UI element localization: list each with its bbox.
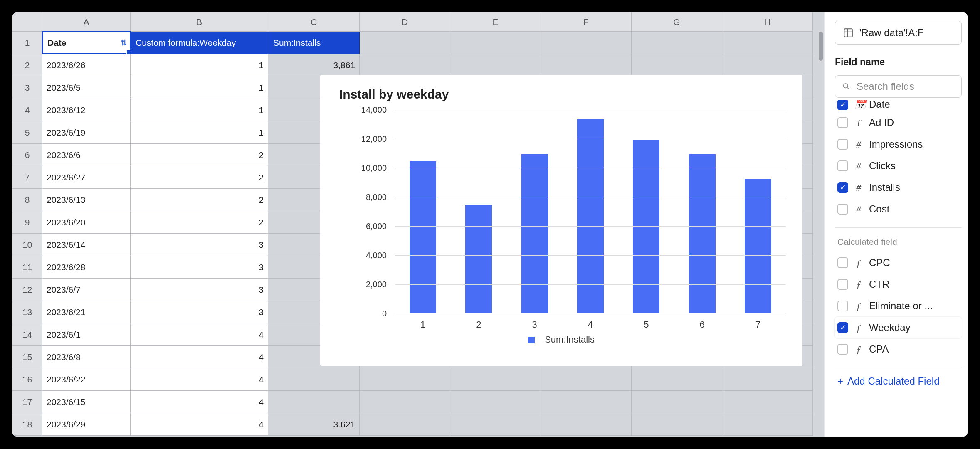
column-header[interactable]: G [632,12,722,32]
field-row[interactable]: #Impressions [835,133,962,155]
field-checkbox[interactable] [837,344,848,355]
field-row[interactable]: #Cost [835,198,962,220]
cell-weekday[interactable]: 2 [131,211,268,234]
cell-weekday[interactable]: 4 [131,391,268,413]
field-checkbox[interactable]: ✓ [837,322,848,333]
empty-cell[interactable] [632,54,722,76]
cell-date[interactable]: 2023/6/7 [42,279,131,301]
empty-cell[interactable] [360,368,450,391]
empty-cell[interactable] [450,54,541,76]
row-header[interactable]: 1 [12,32,42,54]
empty-cell[interactable] [722,54,813,76]
empty-cell[interactable] [360,54,450,76]
vertical-scrollbar-thumb[interactable] [819,32,823,61]
chart-card[interactable]: Install by weekday 02,0004,0006,0008,000… [320,75,802,366]
cell-date[interactable]: 2023/6/28 [42,256,131,279]
search-fields-box[interactable] [835,75,962,98]
chart-bar[interactable] [689,154,716,313]
cell-weekday[interactable]: 2 [131,166,268,189]
field-checkbox[interactable]: ✓ [837,100,848,110]
row-header[interactable]: 15 [12,346,42,368]
cell-date[interactable]: 2023/6/6 [42,144,131,166]
cell-date[interactable]: 2023/6/21 [42,301,131,323]
empty-cell[interactable] [541,391,632,413]
cell-date[interactable]: 2023/6/13 [42,189,131,211]
column-header[interactable]: F [541,12,632,32]
column-header[interactable]: C [268,12,360,32]
cell-weekday[interactable]: 3 [131,301,268,323]
row-header[interactable]: 14 [12,323,42,346]
empty-cell[interactable] [450,32,541,54]
empty-cell[interactable] [722,391,813,413]
cell-weekday[interactable]: 1 [131,54,268,76]
cell-date[interactable]: 2023/6/5 [42,76,131,99]
header-cell-sum-installs[interactable]: Sum:Installs [268,32,360,54]
empty-cell[interactable] [450,368,541,391]
cell-date[interactable]: 2023/6/15 [42,391,131,413]
empty-cell[interactable] [541,32,632,54]
cell-date[interactable]: 2023/6/14 [42,234,131,256]
cell-weekday[interactable]: 4 [131,346,268,368]
row-header[interactable]: 13 [12,301,42,323]
calculated-field-row[interactable]: ƒCPA [835,338,962,360]
calculated-field-row[interactable]: ƒCPC [835,252,962,274]
cell-weekday[interactable]: 2 [131,189,268,211]
row-header[interactable]: 16 [12,368,42,391]
cell-weekday[interactable]: 1 [131,99,268,121]
empty-cell[interactable] [450,391,541,413]
cell-sum[interactable] [268,391,360,413]
header-cell-weekday[interactable]: Custom formula:Weekday [131,32,268,54]
cell-date[interactable]: 2023/6/19 [42,121,131,144]
field-checkbox[interactable] [837,301,848,311]
field-row[interactable]: TAd ID [835,112,962,133]
column-header[interactable]: A [42,12,131,32]
calculated-field-row[interactable]: ƒEliminate or ... [835,295,962,317]
row-header[interactable]: 2 [12,54,42,76]
empty-cell[interactable] [632,413,722,436]
row-header[interactable]: 8 [12,189,42,211]
data-range-chip[interactable]: 'Raw data'!A:F [835,21,962,45]
row-header[interactable]: 5 [12,121,42,144]
field-checkbox[interactable] [837,160,848,171]
cell-date[interactable]: 2023/6/29 [42,413,131,436]
header-cell-date[interactable]: Date⇅ [42,32,131,54]
cell-date[interactable]: 2023/6/26 [42,54,131,76]
select-all-corner[interactable] [12,12,42,32]
field-row[interactable]: ✓#Installs [835,177,962,198]
empty-cell[interactable] [632,32,722,54]
empty-cell[interactable] [722,413,813,436]
calculated-field-row[interactable]: ✓ƒWeekday [835,317,962,338]
column-header[interactable]: B [131,12,268,32]
chart-bar[interactable] [745,179,771,313]
cell-sum[interactable] [268,368,360,391]
chart-bar[interactable] [410,161,436,313]
row-header[interactable]: 7 [12,166,42,189]
row-header[interactable]: 4 [12,99,42,121]
empty-cell[interactable] [722,368,813,391]
sort-icon[interactable]: ⇅ [121,32,127,54]
cell-weekday[interactable]: 4 [131,323,268,346]
field-checkbox[interactable] [837,139,848,150]
empty-cell[interactable] [541,413,632,436]
field-checkbox[interactable] [837,204,848,215]
cell-weekday[interactable]: 3 [131,279,268,301]
field-checkbox[interactable] [837,279,848,290]
row-header[interactable]: 3 [12,76,42,99]
row-header[interactable]: 12 [12,279,42,301]
empty-cell[interactable] [360,32,450,54]
chart-bar[interactable] [577,119,604,313]
row-header[interactable]: 17 [12,391,42,413]
chart-bar[interactable] [465,205,492,313]
row-header[interactable]: 9 [12,211,42,234]
cell-date[interactable]: 2023/6/27 [42,166,131,189]
field-checkbox[interactable] [837,117,848,128]
cell-weekday[interactable]: 3 [131,234,268,256]
cell-date[interactable]: 2023/6/20 [42,211,131,234]
empty-cell[interactable] [450,413,541,436]
empty-cell[interactable] [360,391,450,413]
search-fields-input[interactable] [857,81,955,92]
cell-weekday[interactable]: 1 [131,76,268,99]
cell-date[interactable]: 2023/6/1 [42,323,131,346]
cell-weekday[interactable]: 2 [131,144,268,166]
chart-bar[interactable] [521,154,548,313]
